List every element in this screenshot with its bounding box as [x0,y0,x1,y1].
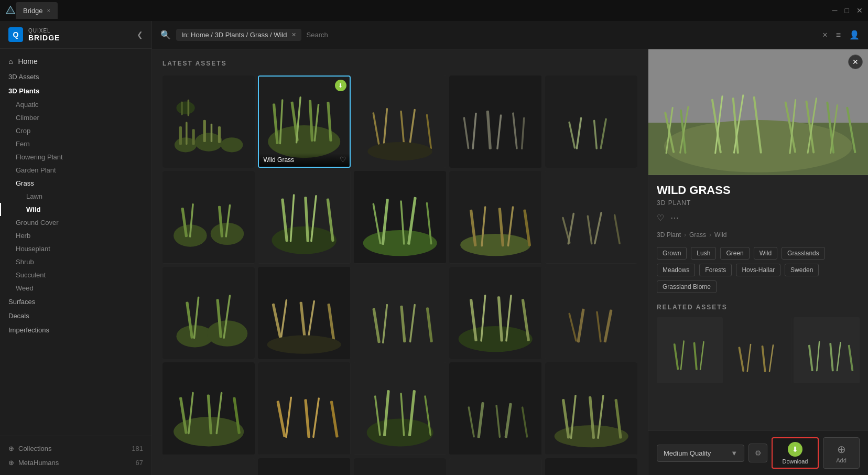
close-button[interactable]: ✕ [856,6,863,15]
add-button[interactable]: ⊕ Add [823,437,860,469]
asset-card-7[interactable] [258,171,350,263]
asset-grid-row-4 [162,362,637,455]
sidebar-item-grass[interactable]: Grass [0,177,151,190]
tag-meadows[interactable]: Meadows [657,264,695,276]
svg-point-30 [367,142,432,160]
asset-card-23[interactable] [354,458,446,475]
collections-item[interactable]: ⊕ Collections 181 [8,441,143,456]
tag-green[interactable]: Green [720,247,749,260]
sidebar-item-aquatic[interactable]: Aquatic [0,98,151,111]
asset-card-10[interactable] [545,171,637,263]
sidebar-item-imperfections[interactable]: Imperfections [0,323,151,337]
sidebar-item-succulent[interactable]: Succulent [0,268,151,282]
asset-card-12[interactable] [258,267,350,359]
sidebar-item-fern[interactable]: Fern [0,137,151,150]
sidebar-item-home[interactable]: ⌂ Home [0,53,151,70]
sidebar-nav: ⌂ Home 3D Assets 3D Plants Aquatic Climb… [0,49,151,341]
filter-icon[interactable]: ≡ [836,30,841,40]
settings-button[interactable]: ⚙ [748,444,767,462]
favorite-button-wild-grass[interactable]: ♡ [340,155,346,164]
related-card-3[interactable] [794,317,860,383]
search-icon[interactable]: 🔍 [160,30,171,40]
breadcrumb-3d-plant[interactable]: 3D Plant [657,231,681,239]
asset-card-21[interactable] [162,458,255,475]
related-card-2[interactable] [725,317,791,383]
sidebar-item-houseplant[interactable]: Houseplant [0,242,151,255]
tag-sweden[interactable]: Sweden [785,264,819,276]
detail-title: WILD GRASS [657,183,860,197]
quality-select[interactable]: Medium Quality ▼ [657,445,744,462]
asset-thumb-6 [162,171,255,263]
sidebar-item-wild[interactable]: Wild [0,203,151,216]
sidebar-item-climber[interactable]: Climber [0,111,151,124]
tag-lush[interactable]: Lush [691,247,716,260]
search-input[interactable] [307,31,411,39]
asset-card-18[interactable] [354,362,446,455]
3d-plants-label: 3D Plants [8,87,39,95]
asset-card-24[interactable] [449,458,541,475]
asset-card-4[interactable] [449,75,541,168]
tag-grown[interactable]: Grown [657,247,687,260]
asset-card-3[interactable] [354,75,446,168]
asset-card-5[interactable] [545,75,637,168]
sidebar-item-surfaces[interactable]: Surfaces [0,295,151,309]
breadcrumb-wild[interactable]: Wild [714,231,726,239]
related-card-1[interactable] [657,317,723,383]
asset-card-wild-grass[interactable]: ⬇ Wild Grass ♡ [258,75,350,168]
asset-card-11[interactable] [162,267,255,359]
svg-rect-6 [179,126,182,145]
sidebar-item-3d-assets[interactable]: 3D Assets [0,70,151,84]
asset-card-22[interactable] [258,458,350,475]
tag-grassland-biome[interactable]: Grassland Biome [657,280,717,293]
user-icon[interactable]: 👤 [849,30,860,40]
search-clear-button[interactable]: × [822,30,827,40]
asset-card-14[interactable] [449,267,541,359]
tag-forests[interactable]: Forests [699,264,732,276]
breadcrumb-grass[interactable]: Grass [689,231,706,239]
detail-favorite-button[interactable]: ♡ [657,213,664,223]
sidebar-item-shrub[interactable]: Shrub [0,255,151,268]
asset-card-1[interactable] [162,75,255,168]
sidebar-collapse-button[interactable]: ❮ [137,30,143,39]
minimize-button[interactable]: ─ [832,6,838,15]
asset-card-19[interactable] [449,362,541,455]
collections-icon: ⊕ [8,445,14,452]
asset-card-25[interactable] [545,458,637,475]
home-icon: ⌂ [8,57,13,66]
detail-close-button[interactable]: ✕ [848,55,863,69]
sidebar-item-ground-cover[interactable]: Ground Cover [0,216,151,229]
sidebar-item-flowering-plant[interactable]: Flowering Plant [0,150,151,164]
tag-grasslands[interactable]: Grasslands [782,247,825,260]
asset-card-9[interactable] [449,171,541,263]
tag-hovs-hallar[interactable]: Hovs-Hallar [736,264,780,276]
sidebar-item-lawn[interactable]: Lawn [0,190,151,203]
sidebar-item-weed[interactable]: Weed [0,282,151,295]
asset-card-17[interactable] [258,362,350,455]
sidebar-item-3d-plants[interactable]: 3D Plants [0,84,151,98]
tab-label: Bridge [23,7,43,15]
asset-card-6[interactable] [162,171,255,263]
tab-close-button[interactable]: × [47,7,50,14]
window-controls: ─ □ ✕ [832,6,863,15]
bridge-tab[interactable]: Bridge × [16,2,58,19]
download-button[interactable]: ⬇ Download [772,437,819,469]
asset-card-8[interactable] [354,171,446,263]
tag-wild[interactable]: Wild [754,247,777,260]
svg-point-51 [272,226,337,254]
maximize-button[interactable]: □ [845,6,849,15]
sidebar-item-garden-plant[interactable]: Garden Plant [0,164,151,177]
sidebar-item-decals[interactable]: Decals [0,309,151,323]
search-pill-close-button[interactable]: ✕ [291,31,296,38]
detail-panel: ✕ WILD GRASS 3D PLANT ♡ ⋯ 3D Plant › Gra… [648,49,868,475]
breadcrumb-sep-2: › [709,231,711,239]
asset-card-20[interactable] [545,362,637,455]
asset-thumb-15 [545,267,637,359]
metahumans-item[interactable]: ⊕ MetaHumans 67 [8,456,143,470]
asset-card-15[interactable] [545,267,637,359]
detail-more-button[interactable]: ⋯ [670,213,679,223]
asset-card-13[interactable] [354,267,446,359]
sidebar-item-herb[interactable]: Herb [0,229,151,242]
asset-card-16[interactable] [162,362,255,455]
sidebar-item-crop[interactable]: Crop [0,124,151,137]
quality-label: Medium Quality [664,449,711,457]
